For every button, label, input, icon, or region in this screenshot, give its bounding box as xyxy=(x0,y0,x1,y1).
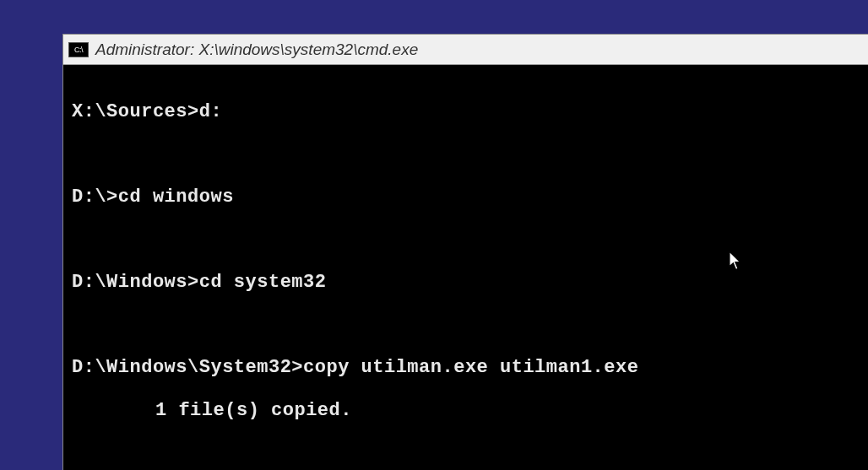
window-title: Administrator: X:\windows\system32\cmd.e… xyxy=(95,41,418,59)
command: cd windows xyxy=(118,186,234,208)
prompt: D:\Windows\System32> xyxy=(72,357,303,378)
prompt: D:\Windows> xyxy=(72,272,199,293)
command: copy utilman.exe utilman1.exe xyxy=(303,357,638,378)
output-text: 1 file(s) copied. xyxy=(155,400,352,421)
cmd-icon: C:\ xyxy=(68,42,89,57)
terminal-area[interactable]: X:\Sources>d: D:\>cd windows D:\Windows>… xyxy=(63,65,868,470)
cmd-window: C:\ Administrator: X:\windows\system32\c… xyxy=(62,34,868,470)
terminal-blank xyxy=(72,315,860,336)
terminal-line: D:\Windows>cd system32 xyxy=(72,272,860,293)
terminal-line: X:\Sources>d: xyxy=(72,101,860,122)
terminal-blank xyxy=(72,144,860,165)
prompt: X:\Sources> xyxy=(72,101,199,122)
terminal-line: D:\>cd windows xyxy=(72,186,860,208)
terminal-blank xyxy=(72,230,860,251)
terminal-output: 1 file(s) copied. xyxy=(72,400,860,421)
terminal-line: D:\Windows\System32>copy utilman.exe uti… xyxy=(72,357,860,378)
command: d: xyxy=(199,101,222,122)
terminal-blank xyxy=(72,442,860,463)
prompt: D:\> xyxy=(72,186,118,208)
titlebar[interactable]: C:\ Administrator: X:\windows\system32\c… xyxy=(63,35,868,65)
command: cd system32 xyxy=(199,272,327,293)
